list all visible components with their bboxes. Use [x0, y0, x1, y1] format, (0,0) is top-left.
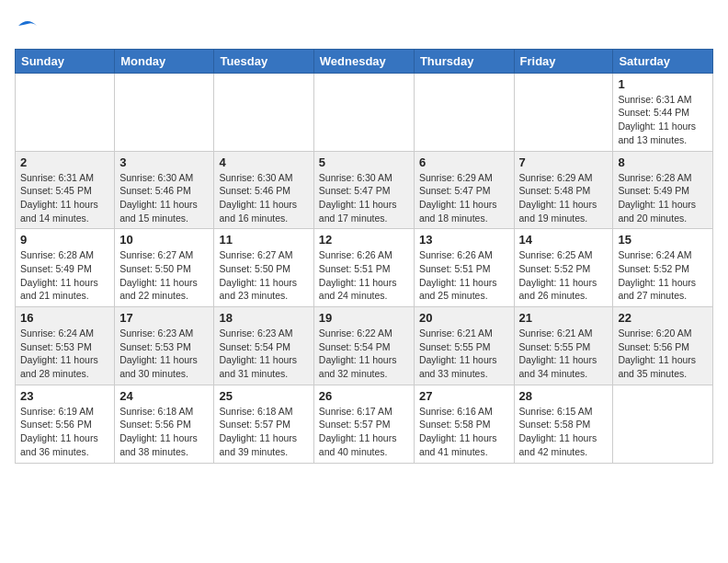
- day-info: Sunrise: 6:31 AM Sunset: 5:45 PM Dayligh…: [20, 171, 109, 225]
- calendar-cell: 20Sunrise: 6:21 AM Sunset: 5:55 PM Dayli…: [414, 307, 514, 385]
- day-number: 14: [519, 233, 609, 247]
- calendar-cell: 17Sunrise: 6:23 AM Sunset: 5:53 PM Dayli…: [115, 307, 214, 385]
- day-number: 27: [419, 389, 509, 403]
- day-info: Sunrise: 6:23 AM Sunset: 5:53 PM Dayligh…: [119, 327, 209, 381]
- day-info: Sunrise: 6:21 AM Sunset: 5:55 PM Dayligh…: [519, 327, 609, 381]
- calendar-cell: [414, 73, 514, 151]
- calendar-cell: 3Sunrise: 6:30 AM Sunset: 5:46 PM Daylig…: [115, 151, 214, 229]
- day-number: 1: [618, 77, 708, 91]
- day-info: Sunrise: 6:29 AM Sunset: 5:47 PM Dayligh…: [419, 171, 509, 225]
- calendar-cell: 1Sunrise: 6:31 AM Sunset: 5:44 PM Daylig…: [613, 73, 713, 151]
- page-header: [15, 15, 713, 41]
- day-number: 13: [419, 233, 509, 247]
- day-number: 16: [20, 311, 109, 325]
- day-number: 11: [219, 233, 308, 247]
- day-info: Sunrise: 6:28 AM Sunset: 5:49 PM Dayligh…: [618, 171, 708, 225]
- calendar-cell: 9Sunrise: 6:28 AM Sunset: 5:49 PM Daylig…: [16, 229, 115, 307]
- day-number: 10: [119, 233, 209, 247]
- calendar-cell: 21Sunrise: 6:21 AM Sunset: 5:55 PM Dayli…: [514, 307, 613, 385]
- calendar-cell: 6Sunrise: 6:29 AM Sunset: 5:47 PM Daylig…: [414, 151, 514, 229]
- day-number: 25: [219, 389, 308, 403]
- calendar-cell: [214, 73, 313, 151]
- day-info: Sunrise: 6:23 AM Sunset: 5:54 PM Dayligh…: [219, 327, 308, 381]
- day-info: Sunrise: 6:31 AM Sunset: 5:44 PM Dayligh…: [618, 93, 708, 147]
- day-info: Sunrise: 6:17 AM Sunset: 5:57 PM Dayligh…: [319, 405, 409, 459]
- day-info: Sunrise: 6:26 AM Sunset: 5:51 PM Dayligh…: [419, 248, 509, 303]
- calendar-cell: 27Sunrise: 6:16 AM Sunset: 5:58 PM Dayli…: [414, 385, 514, 463]
- calendar-cell: 26Sunrise: 6:17 AM Sunset: 5:57 PM Dayli…: [313, 385, 414, 463]
- day-number: 24: [119, 389, 209, 403]
- day-number: 5: [319, 155, 409, 169]
- calendar-cell: [313, 73, 414, 151]
- day-number: 4: [219, 155, 308, 169]
- calendar-cell: 18Sunrise: 6:23 AM Sunset: 5:54 PM Dayli…: [214, 307, 313, 385]
- day-number: 9: [20, 233, 109, 247]
- calendar-week-row: 2Sunrise: 6:31 AM Sunset: 5:45 PM Daylig…: [16, 151, 713, 229]
- calendar-cell: 4Sunrise: 6:30 AM Sunset: 5:46 PM Daylig…: [214, 151, 313, 229]
- calendar-cell: 12Sunrise: 6:26 AM Sunset: 5:51 PM Dayli…: [313, 229, 414, 307]
- day-number: 21: [519, 311, 609, 325]
- day-number: 17: [119, 311, 209, 325]
- calendar-cell: 2Sunrise: 6:31 AM Sunset: 5:45 PM Daylig…: [16, 151, 115, 229]
- logo-icon: [17, 15, 39, 37]
- calendar-cell: 28Sunrise: 6:15 AM Sunset: 5:58 PM Dayli…: [514, 385, 613, 463]
- day-of-week-header: Monday: [115, 49, 214, 73]
- calendar-cell: 8Sunrise: 6:28 AM Sunset: 5:49 PM Daylig…: [613, 151, 713, 229]
- calendar-cell: 22Sunrise: 6:20 AM Sunset: 5:56 PM Dayli…: [613, 307, 713, 385]
- calendar-header-row: SundayMondayTuesdayWednesdayThursdayFrid…: [16, 49, 713, 73]
- day-info: Sunrise: 6:19 AM Sunset: 5:56 PM Dayligh…: [20, 405, 109, 459]
- day-number: 28: [519, 389, 609, 403]
- day-number: 7: [519, 155, 609, 169]
- day-info: Sunrise: 6:30 AM Sunset: 5:46 PM Dayligh…: [219, 171, 308, 225]
- day-info: Sunrise: 6:24 AM Sunset: 5:53 PM Dayligh…: [20, 327, 109, 381]
- day-number: 22: [618, 311, 708, 325]
- day-of-week-header: Saturday: [613, 49, 713, 73]
- day-number: 23: [20, 389, 109, 403]
- day-number: 3: [119, 155, 209, 169]
- day-number: 18: [219, 311, 308, 325]
- day-info: Sunrise: 6:22 AM Sunset: 5:54 PM Dayligh…: [319, 327, 409, 381]
- calendar-cell: 15Sunrise: 6:24 AM Sunset: 5:52 PM Dayli…: [613, 229, 713, 307]
- day-of-week-header: Wednesday: [313, 49, 414, 73]
- day-info: Sunrise: 6:18 AM Sunset: 5:56 PM Dayligh…: [119, 405, 209, 459]
- day-info: Sunrise: 6:27 AM Sunset: 5:50 PM Dayligh…: [119, 248, 209, 303]
- day-number: 6: [419, 155, 509, 169]
- logo: [15, 15, 39, 41]
- day-info: Sunrise: 6:18 AM Sunset: 5:57 PM Dayligh…: [219, 405, 308, 459]
- calendar-cell: 19Sunrise: 6:22 AM Sunset: 5:54 PM Dayli…: [313, 307, 414, 385]
- calendar-cell: [115, 73, 214, 151]
- day-info: Sunrise: 6:30 AM Sunset: 5:46 PM Dayligh…: [119, 171, 209, 225]
- calendar-cell: 13Sunrise: 6:26 AM Sunset: 5:51 PM Dayli…: [414, 229, 514, 307]
- calendar-cell: [613, 385, 713, 463]
- day-number: 19: [319, 311, 409, 325]
- calendar-cell: 5Sunrise: 6:30 AM Sunset: 5:47 PM Daylig…: [313, 151, 414, 229]
- day-info: Sunrise: 6:20 AM Sunset: 5:56 PM Dayligh…: [618, 327, 708, 381]
- calendar-cell: 7Sunrise: 6:29 AM Sunset: 5:48 PM Daylig…: [514, 151, 613, 229]
- calendar-week-row: 16Sunrise: 6:24 AM Sunset: 5:53 PM Dayli…: [16, 307, 713, 385]
- day-number: 2: [20, 155, 109, 169]
- calendar-cell: [514, 73, 613, 151]
- calendar-cell: 25Sunrise: 6:18 AM Sunset: 5:57 PM Dayli…: [214, 385, 313, 463]
- day-number: 12: [319, 233, 409, 247]
- day-of-week-header: Friday: [514, 49, 613, 73]
- calendar-cell: 14Sunrise: 6:25 AM Sunset: 5:52 PM Dayli…: [514, 229, 613, 307]
- day-info: Sunrise: 6:29 AM Sunset: 5:48 PM Dayligh…: [519, 171, 609, 225]
- day-info: Sunrise: 6:16 AM Sunset: 5:58 PM Dayligh…: [419, 405, 509, 459]
- day-of-week-header: Thursday: [414, 49, 514, 73]
- calendar-table: SundayMondayTuesdayWednesdayThursdayFrid…: [15, 49, 713, 464]
- day-number: 15: [618, 233, 708, 247]
- day-number: 8: [618, 155, 708, 169]
- day-of-week-header: Tuesday: [214, 49, 313, 73]
- day-info: Sunrise: 6:26 AM Sunset: 5:51 PM Dayligh…: [319, 248, 409, 303]
- day-info: Sunrise: 6:27 AM Sunset: 5:50 PM Dayligh…: [219, 248, 308, 303]
- calendar-cell: 11Sunrise: 6:27 AM Sunset: 5:50 PM Dayli…: [214, 229, 313, 307]
- calendar-cell: 16Sunrise: 6:24 AM Sunset: 5:53 PM Dayli…: [16, 307, 115, 385]
- calendar-cell: 10Sunrise: 6:27 AM Sunset: 5:50 PM Dayli…: [115, 229, 214, 307]
- day-of-week-header: Sunday: [16, 49, 115, 73]
- calendar-cell: 24Sunrise: 6:18 AM Sunset: 5:56 PM Dayli…: [115, 385, 214, 463]
- day-info: Sunrise: 6:25 AM Sunset: 5:52 PM Dayligh…: [519, 248, 609, 303]
- day-info: Sunrise: 6:21 AM Sunset: 5:55 PM Dayligh…: [419, 327, 509, 381]
- calendar-cell: [16, 73, 115, 151]
- day-info: Sunrise: 6:24 AM Sunset: 5:52 PM Dayligh…: [618, 248, 708, 303]
- calendar-week-row: 23Sunrise: 6:19 AM Sunset: 5:56 PM Dayli…: [16, 385, 713, 463]
